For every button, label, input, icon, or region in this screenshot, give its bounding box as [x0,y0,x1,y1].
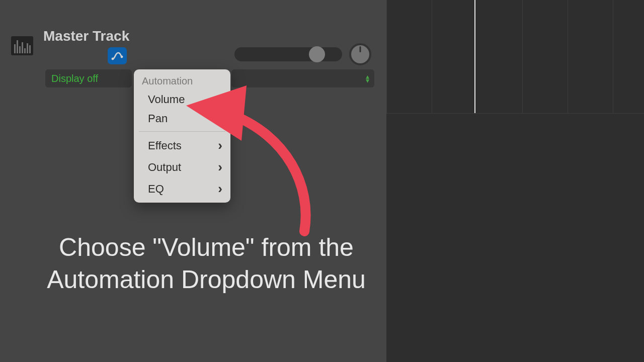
timeline-gridline [613,0,613,113]
automation-parameter-dropdown[interactable]: ▴▾ [231,69,374,87]
automation-mode-dropdown[interactable]: Display off [45,69,132,87]
updown-chevron-icon: ▴▾ [366,74,369,82]
menu-separator [139,131,225,132]
svg-point-1 [121,56,123,58]
pan-knob[interactable] [349,43,371,65]
automation-curve-icon [111,50,123,62]
timeline-gridline [568,0,568,113]
timeline-divider [386,113,644,114]
pan-knob-pointer [360,46,361,52]
timeline-gridline [386,0,387,113]
menu-item-pan[interactable]: Pan [134,109,230,128]
svg-point-0 [112,58,114,60]
timeline-gridline [522,0,523,113]
timeline-gridline [432,0,432,113]
track-title: Master Track [43,28,129,44]
menu-item-output[interactable]: Output [134,156,230,178]
volume-slider[interactable] [234,47,342,61]
automation-toggle-button[interactable] [108,47,127,64]
mixer-icon [11,36,33,55]
timeline-area[interactable] [386,0,644,362]
automation-mode-label: Display off [51,73,98,84]
automation-popup-menu: Automation Volume Pan Effects Output EQ [134,69,230,203]
menu-item-volume[interactable]: Volume [134,90,230,109]
volume-slider-thumb[interactable] [309,46,325,62]
playhead[interactable] [474,0,475,113]
menu-header: Automation [134,74,230,90]
menu-item-eq[interactable]: EQ [134,178,230,200]
menu-item-effects[interactable]: Effects [134,135,230,156]
